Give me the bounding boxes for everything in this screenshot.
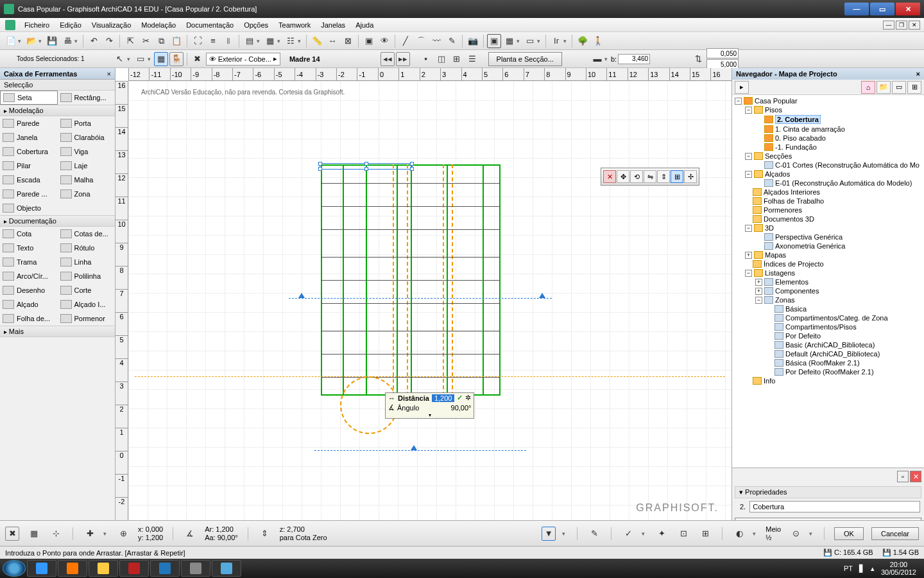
tree-icon[interactable]: 🌳 — [576, 34, 590, 48]
tree-mapas[interactable]: Mapas — [765, 251, 786, 259]
tool-arco[interactable]: Arco/Cír... — [0, 269, 58, 283]
snap-grid-icon[interactable]: ▦ — [27, 527, 41, 541]
prop-name-field[interactable] — [749, 501, 920, 512]
pet-mirror-icon[interactable]: ⇋ — [644, 170, 656, 183]
tree-info[interactable]: Info — [764, 377, 775, 385]
tree-root[interactable]: Casa Popular — [755, 97, 798, 105]
tree-pordef-roof[interactable]: Por Defeito (RoofMaker 2.1) — [785, 368, 874, 376]
nav-project-map-icon[interactable]: ⌂ — [861, 81, 875, 94]
tool-janela[interactable]: Janela — [0, 130, 58, 144]
tree-basica[interactable]: Básica — [785, 305, 807, 313]
dim-b-field[interactable]: 3,460 — [618, 54, 650, 64]
menu-edicao[interactable]: Edição — [55, 21, 87, 29]
nav-delete-icon[interactable]: ✕ — [910, 471, 921, 482]
toolbox-cat-model[interactable]: ▸ Modelação — [0, 105, 115, 116]
toolbox-more[interactable]: ▸ Mais — [0, 326, 115, 337]
tree-compart-pisos[interactable]: Compartimentos/Pisos — [785, 323, 857, 331]
tool-cota[interactable]: Cota — [0, 227, 58, 241]
open-file-icon[interactable]: 📂 — [24, 34, 38, 48]
nav-last-icon[interactable]: ▸▸ — [396, 52, 410, 66]
info-icon[interactable]: Ir — [549, 34, 563, 48]
line-icon[interactable]: ╱ — [398, 34, 413, 48]
mdi-close-button[interactable]: ✕ — [909, 21, 920, 30]
pet-stretch-icon[interactable]: ✢ — [684, 170, 697, 183]
window-close-button[interactable]: ✕ — [896, 3, 920, 15]
tool-zona[interactable]: Zona — [58, 187, 116, 201]
tool-alcado[interactable]: Alçado — [0, 297, 58, 311]
origin-icon[interactable]: ✚ — [83, 527, 97, 541]
distribute-icon[interactable]: ⫴ — [221, 34, 235, 48]
tracker-check-icon[interactable]: ✓ — [457, 394, 463, 402]
tree-c01[interactable]: C-01 Cortes (Reconstrução Automática do … — [775, 161, 920, 169]
edit-pen-icon[interactable]: ✎ — [587, 527, 601, 541]
arrow-mode-icon[interactable]: ↖ — [113, 52, 127, 66]
tree-listagens[interactable]: Listagens — [765, 269, 795, 277]
tree-expand-icon[interactable]: + — [755, 288, 762, 295]
window-maximize-button[interactable]: ▭ — [870, 3, 894, 15]
explode-icon[interactable]: ◫ — [434, 52, 449, 66]
stop-icon[interactable]: ▪ — [419, 52, 433, 66]
snap-half-icon[interactable]: ◐ — [732, 527, 746, 541]
mdi-restore-button[interactable]: ❐ — [896, 21, 907, 30]
plot-icon[interactable]: 🖶 — [60, 34, 74, 48]
tool-cobertura[interactable]: Cobertura — [0, 144, 58, 159]
layer-icon[interactable]: ▤ — [243, 34, 257, 48]
close-measure-icon[interactable]: ⊠ — [341, 34, 355, 48]
tree-story-1[interactable]: 1. Cinta de amarração — [775, 125, 845, 133]
pick-icon[interactable]: ⇱ — [123, 34, 137, 48]
tree-componentes[interactable]: Componentes — [775, 287, 819, 295]
pet-rotate-icon[interactable]: ⟲ — [630, 170, 643, 183]
cancel-button[interactable]: Cancelar — [871, 527, 919, 540]
view-combo[interactable]: 👁 Exterior - Cobe... ▸ — [206, 53, 280, 66]
paste-icon[interactable]: 📋 — [169, 34, 184, 48]
window-view-icon[interactable]: ▭ — [523, 34, 537, 48]
menu-ajuda[interactable]: Ajuda — [350, 21, 379, 29]
tool-pormenor[interactable]: Pormenor — [58, 311, 116, 326]
align-icon[interactable]: ≡ — [206, 34, 220, 48]
group-icon[interactable]: ⊞ — [698, 527, 712, 541]
tree-seccoes[interactable]: Secções — [765, 152, 792, 160]
walk-icon[interactable]: 👁 — [377, 34, 391, 48]
snap-opts-icon[interactable]: ⊙ — [789, 527, 803, 541]
z-icon[interactable]: ⇕ — [258, 527, 272, 541]
tree-collapse-icon[interactable]: − — [755, 297, 762, 304]
nav-publisher-icon[interactable]: ⊞ — [907, 81, 921, 94]
window-minimize-button[interactable]: — — [844, 3, 869, 15]
tree-zonas[interactable]: Zonas — [775, 296, 795, 304]
measure-icon[interactable]: 📏 — [310, 34, 324, 48]
menu-janelas[interactable]: Janelas — [316, 21, 350, 29]
snap-x-icon[interactable]: ✖ — [5, 527, 19, 541]
tool-parede[interactable]: Parede — [0, 116, 58, 130]
tool-cotas-de[interactable]: Cotas de... — [58, 227, 116, 241]
pet-close-icon[interactable]: ✕ — [603, 170, 616, 183]
navigator-tree[interactable]: −Casa Popular −Pisos 2. Cobertura 1. Cin… — [732, 95, 924, 468]
ok-check-icon[interactable]: ✓ — [621, 527, 635, 541]
fill-icon[interactable]: ▦ — [502, 34, 517, 48]
tool-laje[interactable]: Laje — [58, 159, 116, 173]
ok-button[interactable]: OK — [834, 527, 864, 540]
tool-desenho[interactable]: Desenho — [0, 283, 58, 297]
nav-new-icon[interactable]: ▫ — [897, 471, 909, 482]
taskbar-media[interactable] — [58, 560, 87, 577]
save-icon[interactable]: 💾 — [45, 34, 59, 48]
tool-arrow[interactable]: Seta — [0, 91, 58, 105]
taskbar-word[interactable] — [150, 560, 180, 577]
redo-icon[interactable]: ↷ — [102, 34, 116, 48]
toolbox-close-icon[interactable]: × — [107, 70, 111, 78]
pet-elevate-icon[interactable]: ⇕ — [657, 170, 670, 183]
edit-icon[interactable]: ✎ — [445, 34, 459, 48]
view-icon[interactable]: ▦ — [263, 34, 277, 48]
zoom-extents-icon[interactable]: ⛶ — [191, 34, 205, 48]
menu-documentacao[interactable]: Documentação — [181, 21, 239, 29]
dim-tool-icon[interactable]: ↔ — [325, 34, 339, 48]
tool-viga[interactable]: Viga — [58, 144, 116, 159]
menu-teamwork[interactable]: Teamwork — [273, 21, 316, 29]
start-button[interactable] — [3, 560, 26, 577]
tree-expand-icon[interactable]: + — [755, 279, 762, 286]
cut-icon[interactable]: ✂ — [139, 34, 153, 48]
tree-collapse-icon[interactable]: − — [745, 225, 752, 232]
taskbar-paint[interactable] — [212, 560, 241, 577]
tree-pordefeito[interactable]: Por Defeito — [785, 332, 821, 340]
tree-elementos[interactable]: Elementos — [775, 278, 809, 286]
offset-icon[interactable]: ⊡ — [676, 527, 690, 541]
